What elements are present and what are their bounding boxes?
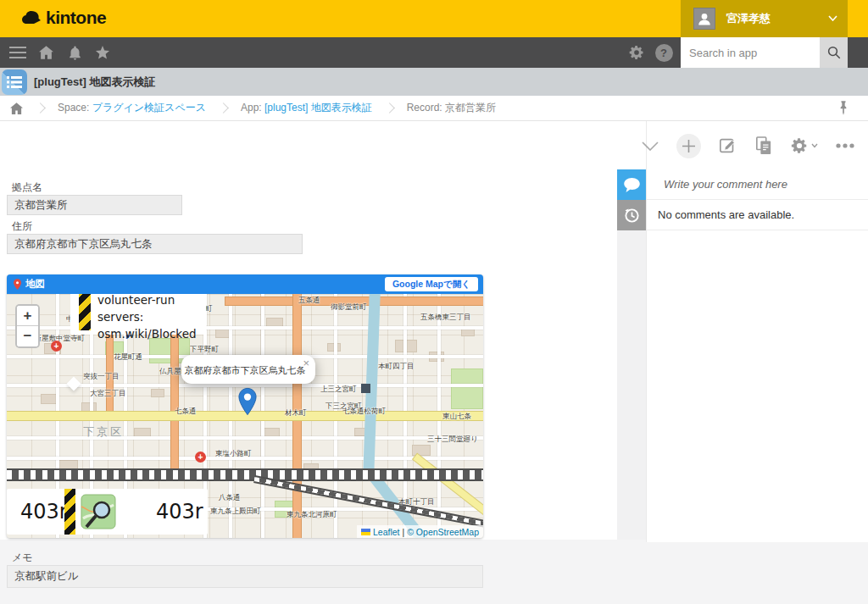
add-record-button[interactable] — [676, 134, 701, 158]
ellipsis-icon — [836, 143, 854, 148]
map-label: 東塩小路町 — [215, 449, 252, 459]
station-poi-icon — [361, 384, 370, 393]
field-value-memo: 京都駅前ビル — [7, 565, 483, 588]
comment-input[interactable]: Write your comment here — [647, 169, 868, 200]
nav-settings-button[interactable] — [626, 37, 648, 68]
edit-record-button[interactable] — [719, 136, 737, 155]
app-link[interactable]: [plugTest] 地図表示検証 — [264, 102, 372, 114]
plus-icon — [682, 140, 695, 152]
map-marker[interactable] — [238, 387, 257, 419]
blocked-tile-message: volunteer-run servers: osm.wiki/Blocked — [70, 294, 206, 335]
map-label: 突抜一丁目 — [83, 372, 120, 382]
logo-text: kintone — [46, 8, 106, 28]
user-menu[interactable]: 宮澤孝慈 — [681, 0, 848, 37]
avatar — [693, 8, 715, 30]
breadcrumb-space: Space: プラグイン検証スペース — [58, 101, 206, 115]
side-tab-strip — [617, 121, 646, 540]
map-label: 東九条北河原町 — [287, 510, 337, 520]
map-label: 東九条上殿田町 — [210, 507, 261, 517]
openstreetmap-logo — [80, 493, 117, 530]
kintone-logo: kintone — [22, 8, 106, 28]
map-attribution: Leaflet | © OpenStreetMap — [357, 525, 483, 538]
map-label: 本町十丁目 — [398, 497, 435, 507]
history-clock-icon — [624, 208, 640, 224]
duplicate-record-button[interactable] — [755, 136, 772, 155]
map-label: 東山七条 — [442, 412, 471, 422]
marker-pin-icon — [238, 387, 257, 416]
list-icon — [7, 75, 22, 89]
tab-comments[interactable] — [617, 169, 646, 200]
open-google-map-button[interactable]: Google Mapで開く — [385, 277, 478, 291]
map-label: 五条橋東三丁目 — [420, 313, 471, 323]
question-icon: ? — [655, 44, 673, 62]
hospital-poi-icon: + — [51, 341, 62, 352]
field-value-base-name: 京都営業所 — [7, 195, 182, 215]
hospital-poi-icon: + — [195, 452, 206, 463]
map-label: 本町四丁目 — [378, 362, 415, 372]
zoom-in-button[interactable]: + — [17, 306, 38, 326]
chevron-down-icon — [642, 141, 659, 151]
home-button[interactable] — [36, 37, 56, 68]
map-label: 大宮三丁目 — [90, 389, 126, 399]
map-label: 三十三間堂廻り — [427, 435, 478, 445]
pushpin-icon — [839, 101, 848, 115]
record-settings-button[interactable] — [790, 136, 818, 155]
map-label: 七条通松荷町 — [342, 407, 386, 417]
notifications-button[interactable] — [64, 37, 85, 68]
map-panel-header: 地図 Google Mapで開く — [7, 274, 483, 294]
more-options-button[interactable] — [836, 143, 854, 148]
leaflet-link[interactable]: Leaflet — [373, 527, 400, 537]
edit-pencil-icon — [719, 136, 737, 155]
hamburger-menu-button[interactable] — [7, 37, 29, 68]
kintone-logo-icon — [22, 10, 42, 25]
map-label: 下平野町 — [190, 345, 219, 355]
bell-icon — [69, 46, 81, 60]
red-pin-icon — [14, 279, 21, 290]
chevron-down-icon — [811, 143, 818, 148]
tab-history[interactable] — [617, 200, 646, 230]
breadcrumb-home-icon[interactable] — [10, 103, 23, 114]
zoom-out-button[interactable]: − — [17, 326, 38, 346]
popup-tail — [67, 377, 81, 391]
user-name: 宮澤孝慈 — [726, 11, 771, 26]
map-canvas[interactable]: 中堂寺鍵田町下万寿寺町五条通御影堂前町五条橋東三丁目西新屋敷中堂寺町下平野町花屋… — [7, 294, 483, 538]
field-label-memo: メモ — [12, 551, 33, 565]
map-label: 上三之宮町 — [320, 385, 357, 395]
map-label: 五条通 — [298, 296, 320, 306]
error-code: 403r — [20, 500, 68, 524]
breadcrumb-app: App: [plugTest] 地図表示検証 — [241, 101, 372, 115]
search-input[interactable] — [681, 37, 820, 68]
gear-icon — [628, 44, 645, 61]
error-code: 403r — [156, 500, 203, 524]
popup-close-button[interactable]: × — [303, 357, 309, 368]
comment-placeholder: Write your comment here — [664, 178, 787, 191]
space-link[interactable]: プラグイン検証スペース — [92, 102, 206, 114]
kintone-record-page: kintone 宮澤孝慈 ? — [0, 0, 868, 604]
favorites-button[interactable] — [92, 37, 114, 68]
breadcrumb-separator — [218, 103, 229, 114]
map-label: 御影堂前町 — [331, 302, 367, 313]
top-header: kintone 宮澤孝慈 — [0, 0, 868, 37]
chevron-down-icon — [828, 15, 837, 21]
openstreetmap-link[interactable]: © OpenStreetMap — [407, 527, 479, 537]
map-label: 下京区 — [83, 424, 124, 440]
record-toolbar — [642, 132, 854, 159]
breadcrumb: Space: プラグイン検証スペース App: [plugTest] 地図表示検… — [0, 96, 868, 121]
breadcrumb-record: Record: 京都営業所 — [407, 101, 496, 115]
hamburger-icon — [9, 47, 26, 58]
map-zoom-control: + − — [15, 304, 40, 348]
error-tile: 403r 403r — [7, 489, 208, 535]
map-label: 花屋町通 — [114, 352, 142, 363]
help-button[interactable]: ? — [653, 37, 675, 68]
pin-button[interactable] — [839, 101, 848, 119]
popup-address: 京都府京都市下京区烏丸七条 — [181, 364, 309, 377]
speech-bubble-icon — [624, 178, 640, 192]
comment-empty-row: No comments are available. — [647, 200, 868, 230]
app-icon — [2, 69, 27, 95]
blocked-tile-text: volunteer-run servers: osm.wiki/Blocked — [97, 294, 206, 342]
search-icon — [826, 45, 842, 60]
map-panel-title: 地図 — [25, 278, 45, 291]
search-button[interactable] — [820, 37, 848, 68]
collapse-button[interactable] — [642, 141, 659, 151]
copy-icon — [755, 136, 772, 155]
